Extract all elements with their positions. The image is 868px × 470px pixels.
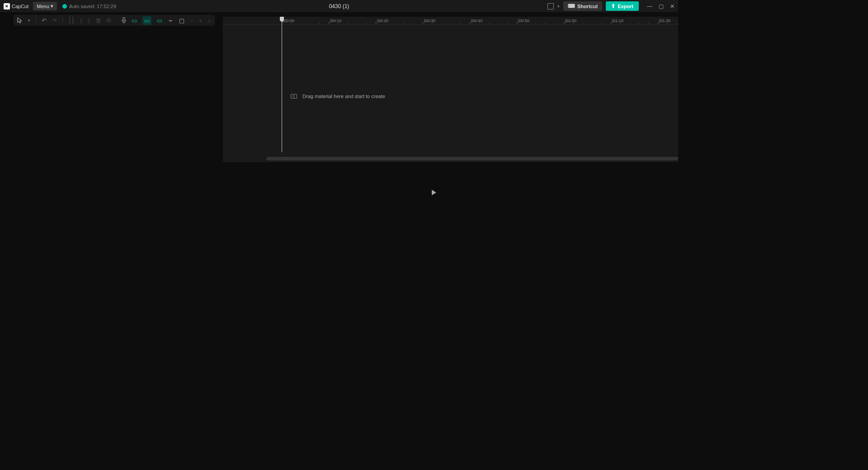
zoom-out-icon[interactable]: − bbox=[190, 17, 193, 24]
export-label: Export bbox=[618, 4, 633, 9]
autosave-status: Auto saved: 17:52:29 bbox=[62, 4, 116, 9]
menu-label: Menu bbox=[37, 4, 49, 9]
preview-icon[interactable]: ▢ bbox=[179, 17, 184, 24]
menu-button[interactable]: Menu ▾ bbox=[33, 2, 57, 10]
app-logo: ✕ CapCut bbox=[4, 3, 28, 9]
logo-icon: ✕ bbox=[4, 3, 10, 9]
chevron-down-icon: ▾ bbox=[51, 3, 53, 9]
timeline-tracks[interactable]: Drag material here and start to create bbox=[223, 25, 678, 153]
timeline-toolbar: ▾ ↶ ↷ ⎮⎮ ⟨ ⟩ 🗑 ⧉ ▭ ▭ ▭ ⫟ ▢ − + ○ bbox=[14, 15, 215, 26]
chevron-down-icon[interactable]: ▾ bbox=[557, 4, 560, 9]
microphone-icon[interactable] bbox=[122, 17, 126, 24]
ruler-mark: |00:00 bbox=[283, 19, 294, 23]
maximize-icon[interactable]: ▢ bbox=[659, 3, 664, 9]
magnet-link-icon[interactable]: ▭ bbox=[142, 16, 151, 25]
timeline-scrollbar[interactable] bbox=[266, 157, 678, 160]
align-icon[interactable]: ⫟ bbox=[168, 17, 174, 24]
ruler-mark: |00:50 bbox=[518, 19, 529, 23]
trim-left-icon[interactable]: ⟨ bbox=[80, 17, 82, 24]
zoom-in-icon[interactable]: + bbox=[199, 17, 203, 24]
magnet-main-icon[interactable]: ▭ bbox=[132, 17, 137, 24]
scrollbar-thumb[interactable] bbox=[266, 157, 678, 160]
export-button[interactable]: ⬆ Export bbox=[606, 1, 639, 11]
trim-right-icon[interactable]: ⟩ bbox=[88, 17, 90, 24]
titlebar: ✕ CapCut Menu ▾ Auto saved: 17:52:29 043… bbox=[0, 0, 678, 12]
material-icon bbox=[291, 94, 297, 99]
ruler-mark: |01:20 bbox=[659, 19, 670, 23]
timeline-hint-text: Drag material here and start to create bbox=[302, 94, 385, 99]
titlebar-right: ▾ ⌨ Shortcut ⬆ Export — ▢ ✕ bbox=[547, 1, 675, 11]
ruler-mark: |00:10 bbox=[330, 19, 341, 23]
keyboard-icon: ⌨ bbox=[568, 3, 575, 9]
ruler-mark: |01:00 bbox=[565, 19, 576, 23]
timeline-ruler[interactable]: |00:00|00:10|00:20|00:30|00:40|00:50|01:… bbox=[223, 17, 678, 25]
magnet-auto-icon[interactable]: ▭ bbox=[157, 17, 162, 24]
crop-tool-icon[interactable]: ⧉ bbox=[107, 17, 111, 24]
redo-icon[interactable]: ↷ bbox=[52, 17, 57, 24]
export-icon: ⬆ bbox=[611, 3, 615, 9]
shortcut-label: Shortcut bbox=[577, 4, 598, 9]
timeline: |00:00|00:10|00:20|00:30|00:40|00:50|01:… bbox=[223, 17, 678, 162]
ruler-mark: |00:20 bbox=[377, 19, 388, 23]
timeline-hint: Drag material here and start to create bbox=[291, 94, 385, 99]
ruler-mark: |01:10 bbox=[612, 19, 623, 23]
svg-rect-16 bbox=[123, 17, 125, 21]
project-title: 0430 (1) bbox=[329, 3, 349, 9]
ruler-mark: |00:30 bbox=[424, 19, 435, 23]
layout-icon[interactable] bbox=[547, 3, 554, 9]
split-icon[interactable]: ⎮⎮ bbox=[68, 17, 75, 24]
delete-icon[interactable]: 🗑 bbox=[95, 17, 101, 24]
ruler-mark: |00:40 bbox=[471, 19, 482, 23]
app-name: CapCut bbox=[12, 4, 28, 9]
zoom-fit-icon[interactable]: ○ bbox=[208, 17, 211, 24]
autosave-dot-icon bbox=[62, 4, 67, 9]
minimize-icon[interactable]: — bbox=[647, 3, 652, 9]
tool-dropdown-icon[interactable]: ▾ bbox=[28, 18, 30, 23]
shortcut-button[interactable]: ⌨ Shortcut bbox=[563, 1, 602, 11]
close-icon[interactable]: ✕ bbox=[670, 3, 675, 9]
main-area: Media Audio TI Text Stickers ✦ Effects bbox=[0, 12, 678, 202]
undo-icon[interactable]: ↶ bbox=[42, 17, 47, 24]
window-controls: — ▢ ✕ bbox=[647, 3, 675, 9]
pointer-tool-icon[interactable] bbox=[17, 17, 23, 24]
autosave-text: Auto saved: 17:52:29 bbox=[69, 4, 116, 9]
